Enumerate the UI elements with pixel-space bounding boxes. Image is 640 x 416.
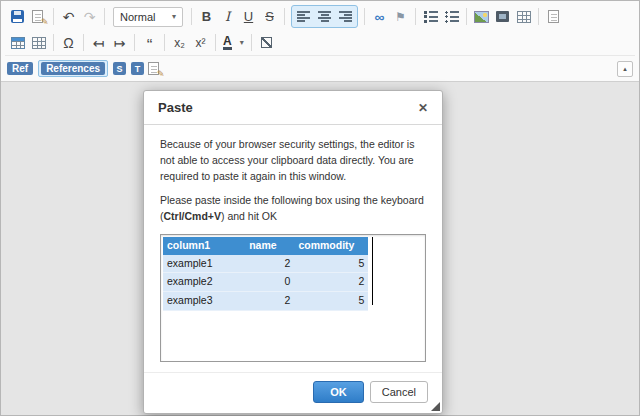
table-cell: example1	[163, 255, 245, 273]
references-button[interactable]: References	[41, 62, 105, 75]
special-char-button[interactable]: Ω	[58, 32, 79, 53]
dialog-title: Paste	[158, 100, 193, 115]
indent-button[interactable]: ↦	[109, 32, 130, 53]
text-color-button[interactable]: A ▾	[220, 32, 247, 53]
toolbar-separator	[284, 8, 285, 25]
embed-icon	[496, 11, 509, 22]
table-cell: 0	[245, 273, 294, 292]
cancel-button[interactable]: Cancel	[370, 381, 428, 403]
resize-handle[interactable]	[431, 402, 440, 411]
toolbar-separator	[466, 8, 467, 25]
security-notice-text: Because of your browser security setting…	[160, 137, 426, 184]
document-icon	[548, 10, 559, 23]
superscript-button[interactable]: x²	[190, 32, 211, 53]
table-icon	[517, 11, 531, 23]
save-button[interactable]	[7, 6, 28, 27]
toolbar-separator	[251, 34, 252, 51]
dialog-title-bar: Paste ✕	[144, 91, 442, 125]
toolbar-row-2: Ω ↤ ↦ “ x₂ x² A ▾	[5, 30, 635, 55]
references-button-highlight: References	[38, 60, 108, 77]
insert-table-icon	[11, 37, 25, 49]
paste-area[interactable]: column1 name commodity example1 2 5	[160, 234, 426, 362]
toolbar: ✎ ↶ ↷ Normal ▾ B I U S ∞ ⚑	[1, 1, 639, 82]
rich-text-editor: ✎ ↶ ↷ Normal ▾ B I U S ∞ ⚑	[0, 0, 640, 416]
save-icon	[11, 10, 24, 23]
div-container-button[interactable]	[28, 32, 49, 53]
div-container-icon	[32, 37, 46, 49]
toolbar-separator	[83, 34, 84, 51]
dialog-footer: OK Cancel	[144, 372, 442, 413]
table-cell: 2	[245, 255, 294, 273]
table-row: example3 2 5	[163, 292, 368, 311]
toolbar-separator	[538, 8, 539, 25]
toolbar-separator	[134, 34, 135, 51]
format-dropdown[interactable]: Normal ▾	[113, 7, 183, 27]
maximize-button[interactable]	[256, 32, 277, 53]
toolbar-row-1: ✎ ↶ ↷ Normal ▾ B I U S ∞ ⚑	[5, 3, 635, 30]
s-plugin-button[interactable]: S	[113, 62, 126, 75]
pencil-icon: ✎	[157, 70, 165, 79]
numbered-list-button[interactable]	[420, 6, 441, 27]
insert-table-button[interactable]	[7, 32, 28, 53]
toolbar-separator	[364, 8, 365, 25]
column-header: name	[245, 237, 294, 255]
alignment-group	[291, 5, 358, 28]
embed-button[interactable]	[492, 6, 513, 27]
edit-template-button[interactable]: ✎	[144, 58, 165, 79]
undo-button[interactable]: ↶	[58, 6, 79, 27]
toolbar-row-3: Ref References S T ✎ ▴	[5, 55, 635, 81]
align-center-button[interactable]	[314, 6, 335, 27]
pasted-header-row: column1 name commodity	[163, 237, 368, 255]
blockquote-button[interactable]: “	[139, 32, 160, 53]
bulleted-list-button[interactable]	[441, 6, 462, 27]
collapse-toolbar-button[interactable]: ▴	[617, 61, 633, 77]
ok-button[interactable]: OK	[313, 381, 364, 403]
image-button[interactable]	[471, 6, 492, 27]
column-header: column1	[163, 237, 245, 255]
table-cell: example2	[163, 273, 245, 292]
toolbar-separator	[164, 34, 165, 51]
bulleted-list-icon	[445, 11, 459, 23]
outdent-button[interactable]: ↤	[88, 32, 109, 53]
table-button[interactable]	[513, 6, 534, 27]
dialog-body: Because of your browser security setting…	[144, 125, 442, 372]
pencil-icon: ✎	[41, 18, 49, 27]
bold-button[interactable]: B	[196, 6, 217, 27]
new-page-button[interactable]: ✎	[28, 6, 49, 27]
instruction-post: ) and hit OK	[221, 210, 277, 222]
page-template-button[interactable]	[543, 6, 564, 27]
table-cell: 2	[245, 292, 294, 311]
paste-instruction-text: Please paste inside the following box us…	[160, 193, 426, 225]
table-cell: 5	[294, 292, 368, 311]
edit-page-icon: ✎	[32, 10, 46, 24]
align-right-icon	[339, 11, 352, 22]
align-left-icon	[297, 11, 310, 22]
link-button[interactable]: ∞	[369, 6, 390, 27]
toolbar-separator	[104, 8, 105, 25]
align-left-button[interactable]	[293, 6, 314, 27]
align-right-button[interactable]	[335, 6, 356, 27]
table-cell: 2	[294, 273, 368, 292]
toolbar-separator	[53, 8, 54, 25]
toolbar-separator	[53, 34, 54, 51]
paste-dialog: Paste ✕ Because of your browser security…	[143, 90, 443, 414]
t-plugin-button[interactable]: T	[131, 62, 144, 75]
toolbar-separator	[191, 8, 192, 25]
subscript-button[interactable]: x₂	[169, 32, 190, 53]
ref-button[interactable]: Ref	[7, 62, 33, 75]
table-row: example2 0 2	[163, 273, 368, 292]
italic-button[interactable]: I	[217, 6, 238, 27]
column-header: commodity	[294, 237, 368, 255]
align-center-icon	[318, 11, 331, 22]
toolbar-separator	[415, 8, 416, 25]
strikethrough-button[interactable]: S	[259, 6, 280, 27]
underline-button[interactable]: U	[238, 6, 259, 27]
maximize-icon	[261, 37, 272, 48]
redo-button[interactable]: ↷	[79, 6, 100, 27]
image-icon	[474, 11, 489, 23]
editor-content-area[interactable]: Paste ✕ Because of your browser security…	[1, 82, 639, 415]
shortcut-key: Ctrl/Cmd+V	[164, 210, 221, 222]
chevron-down-icon: ▾	[240, 38, 244, 47]
close-button[interactable]: ✕	[418, 101, 428, 115]
anchor-button[interactable]: ⚑	[390, 6, 411, 27]
